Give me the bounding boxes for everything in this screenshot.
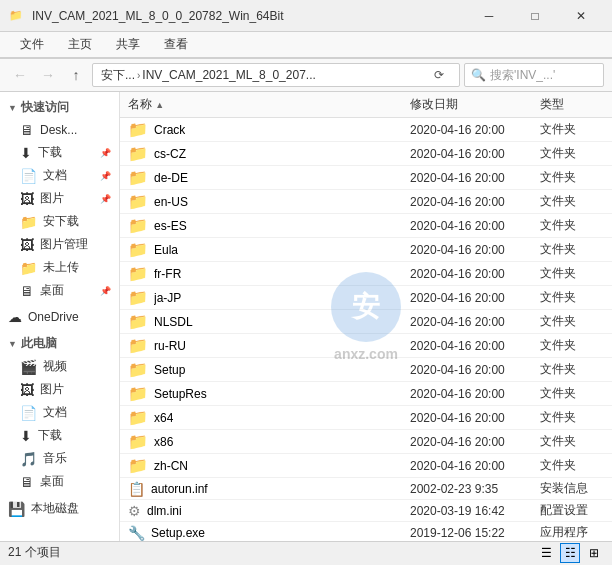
table-row[interactable]: 📁 Crack 2020-04-16 20:00 文件夹 [120, 118, 612, 142]
table-row[interactable]: 📁 NLSDL 2020-04-16 20:00 文件夹 [120, 310, 612, 334]
sidebar: ▼ 快速访问 🖥 Desk... ⬇ 下载 📌 📄 文档 📌 🖼 图片 📌 [0, 92, 120, 541]
table-row[interactable]: 📁 Eula 2020-04-16 20:00 文件夹 [120, 238, 612, 262]
sidebar-item-picmgr[interactable]: 🖼 图片管理 [0, 233, 119, 256]
table-row[interactable]: 📁 x64 2020-04-16 20:00 文件夹 [120, 406, 612, 430]
tab-file[interactable]: 文件 [8, 32, 56, 57]
sidebar-item-pictures[interactable]: 🖼 图片 📌 [0, 187, 119, 210]
sidebar-item-desktop2[interactable]: 🖥 桌面 [0, 470, 119, 493]
col-header-name[interactable]: 名称 ▲ [120, 92, 402, 117]
search-placeholder: 搜索'INV_...' [490, 67, 555, 84]
table-row[interactable]: 📁 es-ES 2020-04-16 20:00 文件夹 [120, 214, 612, 238]
crumb-1: 安下... [101, 67, 135, 84]
pin-icon2: 📌 [100, 171, 111, 181]
view-details-button[interactable]: ☷ [560, 543, 580, 563]
view-large-button[interactable]: ⊞ [584, 543, 604, 563]
folder-icon: 📁 [128, 120, 148, 139]
view-list-button[interactable]: ☰ [536, 543, 556, 563]
title-bar: 📁 INV_CAM_2021_ML_8_0_0_20782_Win_64Bit … [0, 0, 612, 32]
table-row[interactable]: ⚙ dlm.ini 2020-03-19 16:42 配置设置 [120, 500, 612, 522]
onedrive-section: ☁ OneDrive [0, 306, 119, 328]
file-cell-date: 2020-04-16 20:00 [402, 169, 532, 187]
file-cell-type: 文件夹 [532, 191, 612, 212]
network-section: 💾 本地磁盘 [0, 497, 119, 520]
table-row[interactable]: 📁 fr-FR 2020-04-16 20:00 文件夹 [120, 262, 612, 286]
sidebar-item-upload[interactable]: 📁 未上传 [0, 256, 119, 279]
file-name: Eula [154, 243, 178, 257]
sidebar-item-pic[interactable]: 🖼 图片 [0, 378, 119, 401]
tab-home[interactable]: 主页 [56, 32, 104, 57]
video-icon: 🎬 [20, 359, 37, 375]
table-row[interactable]: 📁 Setup 2020-04-16 20:00 文件夹 [120, 358, 612, 382]
sidebar-item-network[interactable]: 💾 本地磁盘 [0, 497, 119, 520]
onedrive-label: OneDrive [28, 310, 79, 324]
table-row[interactable]: 📁 cs-CZ 2020-04-16 20:00 文件夹 [120, 142, 612, 166]
sidebar-item-downloads-label: 下载 [38, 144, 62, 161]
table-row[interactable]: 📋 autorun.inf 2002-02-23 9:35 安装信息 [120, 478, 612, 500]
desktop2-icon: 🖥 [20, 474, 34, 490]
table-row[interactable]: 📁 ru-RU 2020-04-16 20:00 文件夹 [120, 334, 612, 358]
sidebar-item-anxia[interactable]: 📁 安下载 [0, 210, 119, 233]
network-icon: 💾 [8, 501, 25, 517]
file-cell-name: 📁 NLSDL [120, 310, 402, 333]
col-header-type[interactable]: 类型 [532, 92, 612, 117]
file-cell-name: 📁 Eula [120, 238, 402, 261]
table-row[interactable]: 🔧 Setup.exe 2019-12-06 15:22 应用程序 [120, 522, 612, 541]
refresh-button[interactable]: ⟳ [427, 63, 451, 87]
sidebar-item-onedrive[interactable]: ☁ OneDrive [0, 306, 119, 328]
file-cell-date: 2020-04-16 20:00 [402, 385, 532, 403]
minimize-button[interactable]: ─ [466, 0, 512, 32]
doc-icon: 📄 [20, 405, 37, 421]
title-bar-path: INV_CAM_2021_ML_8_0_0_20782_Win_64Bit [32, 9, 466, 23]
sidebar-item-docs[interactable]: 📄 文档 📌 [0, 164, 119, 187]
sidebar-item-dl-label: 下载 [38, 427, 62, 444]
sidebar-item-dl[interactable]: ⬇ 下载 [0, 424, 119, 447]
address-field[interactable]: 安下... › INV_CAM_2021_ML_8_0_207... ⟳ [92, 63, 460, 87]
address-sep-1: › [137, 70, 140, 81]
col-header-date[interactable]: 修改日期 [402, 92, 532, 117]
sidebar-item-upload-label: 未上传 [43, 259, 79, 276]
file-name: Crack [154, 123, 185, 137]
sidebar-item-video[interactable]: 🎬 视频 [0, 355, 119, 378]
ribbon: 文件 主页 共享 查看 [0, 32, 612, 59]
folder-icon: 📁 [128, 408, 148, 427]
table-row[interactable]: 📁 en-US 2020-04-16 20:00 文件夹 [120, 190, 612, 214]
anxia-icon: 📁 [20, 214, 37, 230]
sidebar-item-desk2[interactable]: 🖥 桌面 📌 [0, 279, 119, 302]
close-button[interactable]: ✕ [558, 0, 604, 32]
quick-access-label: 快速访问 [21, 99, 69, 116]
music-icon: 🎵 [20, 451, 37, 467]
network-label: 本地磁盘 [31, 500, 79, 517]
file-cell-date: 2020-04-16 20:00 [402, 313, 532, 331]
tab-share[interactable]: 共享 [104, 32, 152, 57]
tab-view[interactable]: 查看 [152, 32, 200, 57]
onedrive-icon: ☁ [8, 309, 22, 325]
upload-icon: 📁 [20, 260, 37, 276]
forward-button[interactable]: → [36, 63, 60, 87]
thispc-header[interactable]: ▼ 此电脑 [0, 332, 119, 355]
sidebar-item-music[interactable]: 🎵 音乐 [0, 447, 119, 470]
maximize-button[interactable]: □ [512, 0, 558, 32]
table-row[interactable]: 📁 de-DE 2020-04-16 20:00 文件夹 [120, 166, 612, 190]
file-name: Setup [154, 363, 185, 377]
file-cell-name: 📁 x86 [120, 430, 402, 453]
quick-access-header[interactable]: ▼ 快速访问 [0, 96, 119, 119]
file-name: en-US [154, 195, 188, 209]
table-row[interactable]: 📁 x86 2020-04-16 20:00 文件夹 [120, 430, 612, 454]
sidebar-item-downloads[interactable]: ⬇ 下载 📌 [0, 141, 119, 164]
table-row[interactable]: 📁 zh-CN 2020-04-16 20:00 文件夹 [120, 454, 612, 478]
back-button[interactable]: ← [8, 63, 32, 87]
search-field[interactable]: 🔍 搜索'INV_...' [464, 63, 604, 87]
file-cell-type: 文件夹 [532, 143, 612, 164]
file-cell-date: 2020-04-16 20:00 [402, 193, 532, 211]
up-button[interactable]: ↑ [64, 63, 88, 87]
sidebar-item-doc[interactable]: 📄 文档 [0, 401, 119, 424]
pin-icon4: 📌 [100, 286, 111, 296]
folder-icon: 📁 [128, 216, 148, 235]
file-cell-type: 文件夹 [532, 335, 612, 356]
table-row[interactable]: 📁 ja-JP 2020-04-16 20:00 文件夹 [120, 286, 612, 310]
sidebar-item-desktop[interactable]: 🖥 Desk... [0, 119, 119, 141]
file-name: es-ES [154, 219, 187, 233]
file-name: autorun.inf [151, 482, 208, 496]
file-name: NLSDL [154, 315, 193, 329]
table-row[interactable]: 📁 SetupRes 2020-04-16 20:00 文件夹 [120, 382, 612, 406]
